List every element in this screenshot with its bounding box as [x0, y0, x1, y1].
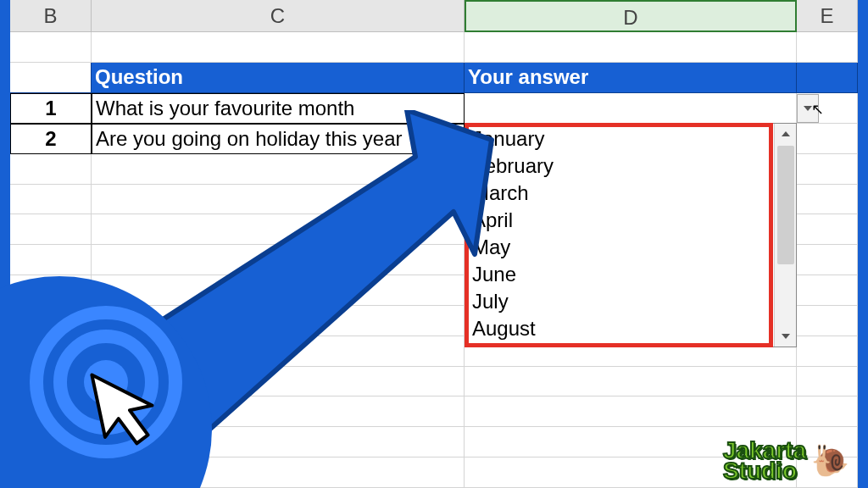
scroll-down-icon[interactable]	[775, 326, 797, 347]
row-number[interactable]: 1	[10, 93, 92, 124]
col-header-b[interactable]: B	[10, 0, 92, 32]
header-question[interactable]: Question	[92, 63, 465, 93]
dropdown-option[interactable]: August	[472, 315, 767, 342]
dropdown-option[interactable]: July	[472, 288, 767, 315]
col-header-e[interactable]: E	[797, 0, 858, 32]
scroll-thumb[interactable]	[777, 146, 794, 264]
dropdown-option[interactable]: February	[472, 152, 767, 180]
dropdown-option[interactable]: June	[472, 261, 767, 288]
answer-cell[interactable]	[465, 93, 797, 124]
table-header-row: Question Your answer	[10, 63, 858, 93]
dropdown-option[interactable]: January	[472, 125, 767, 152]
dropdown-scrollbar[interactable]	[774, 124, 796, 347]
header-answer[interactable]: Your answer	[465, 63, 797, 93]
row-number[interactable]: 2	[10, 124, 92, 154]
question-cell[interactable]: Are you going on holiday this year	[92, 124, 465, 154]
cell[interactable]	[10, 63, 92, 93]
dropdown-list: January February March April May June Ju…	[465, 123, 797, 347]
dropdown-option[interactable]: April	[472, 207, 767, 234]
dropdown-option[interactable]: March	[472, 180, 767, 207]
scroll-up-icon[interactable]	[775, 124, 797, 144]
col-header-d[interactable]: D	[465, 0, 797, 32]
question-cell[interactable]: What is your favourite month	[92, 93, 465, 124]
column-headers: B C D E	[10, 0, 858, 32]
dropdown-option[interactable]: May	[472, 234, 767, 261]
table-row: 1 What is your favourite month	[10, 93, 858, 124]
cell[interactable]	[797, 63, 858, 93]
dropdown-options: January February March April May June Ju…	[465, 124, 774, 347]
cursor-icon: ↖	[811, 100, 824, 119]
col-header-c[interactable]: C	[92, 0, 465, 32]
cell[interactable]	[797, 124, 858, 154]
